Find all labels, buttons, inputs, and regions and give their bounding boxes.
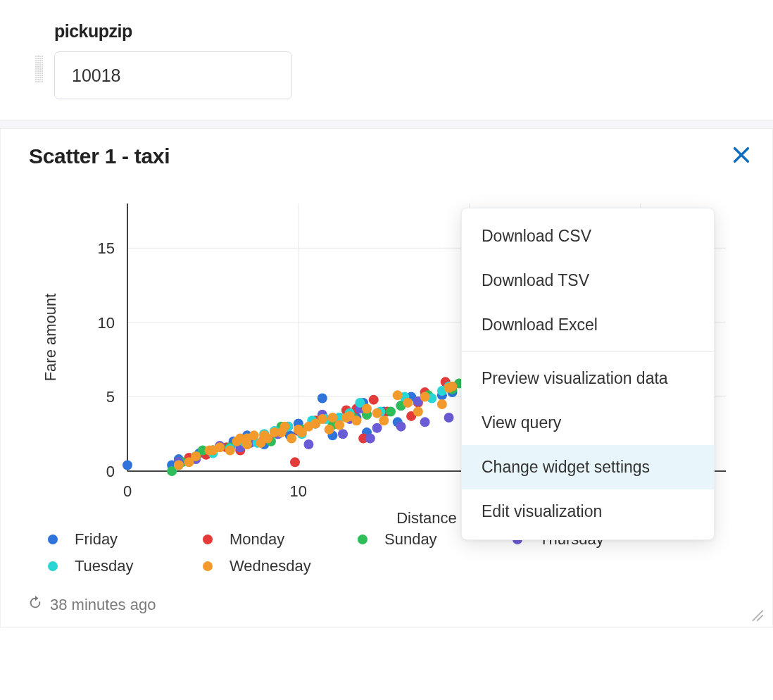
data-point (420, 392, 430, 401)
refresh-icon (27, 595, 43, 615)
divider (0, 120, 773, 129)
svg-text:10: 10 (290, 482, 307, 500)
svg-text:5: 5 (106, 388, 115, 406)
legend-dot-icon (48, 535, 58, 544)
svg-text:0: 0 (123, 482, 132, 500)
data-point (279, 422, 289, 432)
filter-label: pickupzip (54, 21, 738, 42)
legend-item[interactable]: Monday (203, 530, 358, 549)
data-point (303, 439, 313, 449)
svg-line-22 (753, 611, 762, 620)
data-point (444, 413, 454, 423)
pickupzip-input[interactable] (54, 51, 292, 99)
status-row: 38 minutes ago (1, 575, 772, 627)
menu-separator (462, 351, 714, 352)
legend-item[interactable]: Tuesday (48, 557, 203, 575)
data-point (386, 407, 396, 417)
data-point (318, 414, 327, 424)
close-icon[interactable] (731, 145, 751, 168)
legend-label: Wednesday (230, 557, 311, 575)
data-point (325, 425, 334, 435)
data-point (318, 394, 327, 404)
legend-dot-icon (203, 561, 213, 571)
data-point (290, 457, 300, 467)
data-point (447, 382, 457, 392)
data-point (191, 451, 201, 461)
legend-item[interactable]: Friday (48, 530, 203, 549)
data-point (338, 429, 348, 439)
data-point (396, 422, 406, 432)
data-point (365, 434, 375, 444)
data-point (372, 423, 382, 433)
menu-item-download-tsv[interactable]: Download TSV (462, 258, 714, 303)
data-point (362, 404, 372, 413)
svg-text:Distance: Distance (396, 509, 457, 527)
widget-menu[interactable]: Download CSVDownload TSVDownload ExcelPr… (461, 208, 715, 540)
data-point (420, 417, 430, 427)
legend-dot-icon (48, 561, 58, 571)
data-point (369, 395, 379, 405)
legend-dot-icon (203, 535, 213, 544)
menu-item-download-csv[interactable]: Download CSV (462, 214, 714, 258)
status-text: 38 minutes ago (50, 596, 156, 614)
svg-text:0: 0 (106, 463, 115, 480)
data-point (249, 430, 259, 440)
data-point (215, 442, 225, 452)
svg-text:15: 15 (98, 239, 115, 257)
svg-text:Fare amount: Fare amount (42, 294, 59, 382)
data-point (379, 415, 389, 425)
drag-handle-icon[interactable] (35, 56, 42, 95)
data-point (225, 445, 235, 455)
data-point (334, 420, 344, 430)
legend-label: Monday (230, 530, 284, 549)
legend-label: Friday (75, 530, 118, 549)
data-point (372, 408, 382, 418)
resize-handle-icon[interactable] (748, 606, 764, 622)
menu-item-download-excel[interactable]: Download Excel (462, 303, 714, 347)
data-point (327, 413, 337, 423)
data-point (122, 461, 132, 470)
legend-item[interactable]: Wednesday (203, 557, 358, 575)
data-point (351, 415, 361, 425)
filter-panel: pickupzip (0, 0, 773, 120)
data-point (413, 407, 423, 417)
data-point (393, 390, 403, 400)
svg-text:10: 10 (98, 314, 115, 332)
menu-item-edit-visualization[interactable]: Edit visualization (462, 489, 714, 534)
data-point (437, 399, 447, 409)
legend-label: Tuesday (75, 557, 134, 575)
widget-title: Scatter 1 - taxi (29, 144, 170, 168)
menu-item-change-widget-settings[interactable]: Change widget settings (462, 445, 714, 489)
data-point (174, 461, 184, 470)
data-point (287, 434, 296, 444)
menu-item-view-query[interactable]: View query (462, 401, 714, 445)
menu-item-preview-visualization-data[interactable]: Preview visualization data (462, 356, 714, 401)
legend-dot-icon (358, 535, 367, 544)
data-point (403, 398, 413, 408)
legend-label: Sunday (384, 530, 437, 549)
